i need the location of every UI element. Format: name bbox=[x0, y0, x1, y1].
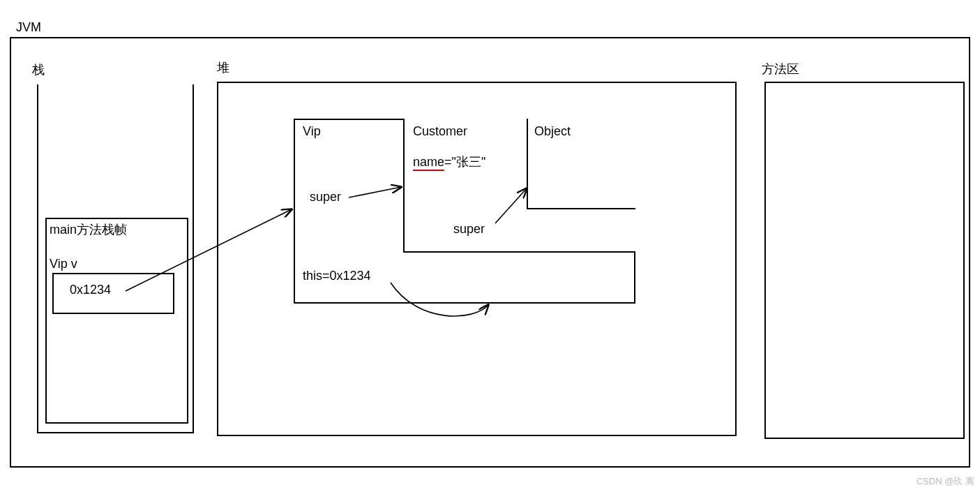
method-area-title: 方法区 bbox=[762, 61, 799, 77]
heap-customer-name-key: name bbox=[413, 155, 444, 171]
heap-customer-name-val: ="张三" bbox=[444, 155, 485, 169]
heap-title: 堆 bbox=[217, 59, 229, 76]
heap-vip-title: Vip bbox=[303, 124, 321, 139]
diagram-root: JVM 栈 main方法栈帧 Vip v 0x1234 堆 Vip super … bbox=[0, 0, 980, 492]
jvm-title: JVM bbox=[16, 20, 41, 35]
method-area-box bbox=[764, 82, 965, 439]
stack-frame-box bbox=[45, 218, 188, 424]
stack-var-label: Vip v bbox=[50, 257, 77, 271]
heap-object-title: Object bbox=[534, 124, 571, 139]
stack-title: 栈 bbox=[32, 61, 45, 78]
heap-customer-name: name="张三" bbox=[413, 154, 485, 170]
heap-customer-super: super bbox=[453, 222, 485, 237]
heap-customer-title: Customer bbox=[413, 124, 467, 139]
heap-vip-super: super bbox=[310, 190, 341, 204]
stack-frame-title: main方法栈帧 bbox=[50, 221, 127, 238]
watermark: CSDN @玖 离 bbox=[917, 475, 974, 488]
stack-var-value: 0x1234 bbox=[70, 283, 111, 297]
heap-vip-this: this=0x1234 bbox=[303, 269, 371, 283]
